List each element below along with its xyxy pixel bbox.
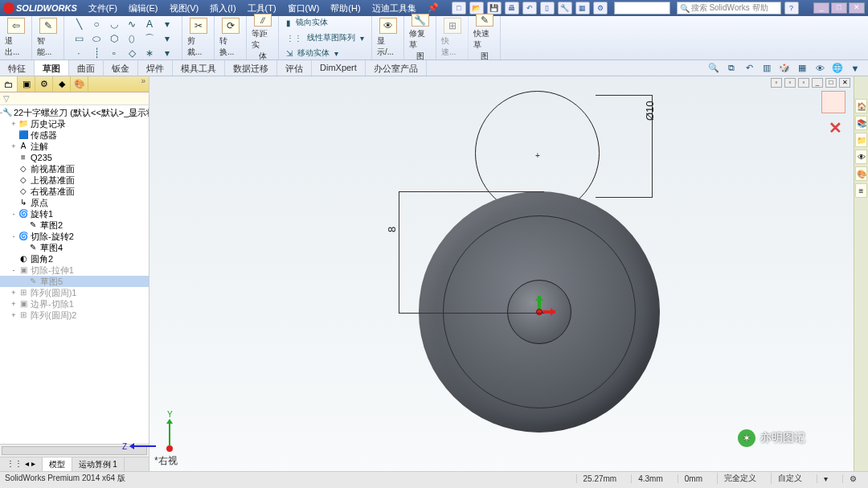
prev-view-icon[interactable]: ↶ [743,62,755,75]
mdi-max[interactable]: □ [825,78,837,88]
tree-item[interactable]: ◇上视基准面 [0,174,149,186]
taskpane-view-icon[interactable]: 👁 [855,150,867,164]
taskpane-appear-icon[interactable]: 🎨 [855,166,867,181]
slot-tool-icon[interactable]: ⬭ [88,32,104,45]
mdi-min[interactable]: _ [812,78,823,88]
menu-view[interactable]: 视图(V) [165,1,204,16]
tab-sketch[interactable]: 草图 [35,60,69,76]
taskpane-file-icon[interactable]: 📁 [855,133,867,147]
options-icon[interactable]: ▦ [575,2,590,14]
bottom-tab-motion[interactable]: 运动算例 1 [72,457,125,471]
mirror-button[interactable]: ▮ 镜向实体 [284,15,366,30]
line-tool-icon[interactable]: ╲ [71,18,87,31]
smart-dimension-button[interactable]: ✎ 智能... [32,16,64,59]
rect-tool-icon[interactable]: A [141,18,158,31]
view-orient-icon[interactable]: 🎲 [778,62,791,75]
tab-moldtools[interactable]: 模具工具 [173,60,225,76]
tab-dimxpert[interactable]: DimXpert [312,60,366,76]
view-cube-icon[interactable] [821,91,845,113]
fm-tab-tree[interactable]: 🗀 [0,76,18,92]
display-button[interactable]: 👁 显示/... [372,16,404,59]
tree-item[interactable]: ≡Q235 [0,152,149,163]
fm-tab-display[interactable]: 🎨 [71,76,88,92]
tree-item[interactable]: ◇右视基准面 [0,186,149,197]
fm-tab-config[interactable]: ⚙ [35,76,53,92]
tab-features[interactable]: 特征 [0,60,35,76]
display-style-icon[interactable]: ▦ [796,62,809,75]
menu-insert[interactable]: 插入(I) [205,1,240,16]
trim-button[interactable]: ✂ 剪裁... [182,16,215,59]
menu-file[interactable]: 文件(F) [84,1,122,16]
appearance-icon[interactable]: 🌐 [831,62,844,75]
tree-item[interactable]: +A注解 [0,141,149,152]
tree-item[interactable]: ◇前视基准面 [0,163,149,174]
spline-tool-icon[interactable]: ∿ [124,18,140,31]
status-unit-icon[interactable]: ▾ [817,474,834,483]
bottom-tab-model[interactable]: 模型 [43,457,72,471]
polygon-tool-icon[interactable]: ⬡ [106,32,122,45]
repair-sketch-button[interactable]: 🔧 修复草 图 [404,16,436,59]
status-mode[interactable]: 自定义 [771,473,809,484]
rebuild-icon[interactable]: 🔧 [558,2,572,14]
tree-item[interactable]: +▣边界-切除1 [0,298,149,310]
mdi-btn-1[interactable]: ▫ [771,78,782,88]
extra-tool-icon[interactable]: ∗ [141,47,158,59]
tree-item[interactable]: -🌀切除-旋转2 [0,231,149,242]
move-entities-button[interactable]: ⇲ 移动实体 ▾ [284,46,366,60]
tree-item[interactable]: 🟦传感器 [0,129,149,141]
tab-surfaces[interactable]: 曲面 [69,60,104,76]
menu-help[interactable]: 帮助(H) [326,1,365,16]
more2-tool-icon[interactable]: ▾ [159,32,175,45]
new-doc-icon[interactable]: □ [452,2,466,14]
save-icon[interactable]: 💾 [487,2,502,14]
fillet-tool-icon[interactable]: ⌒ [141,32,158,45]
tab-office[interactable]: 办公室产品 [366,60,427,76]
minimize-button[interactable]: _ [813,2,829,14]
tab-datamigration[interactable]: 数据迁移 [225,60,277,76]
linear-pattern-button[interactable]: ⋮⋮ 线性草图阵列 ▾ [284,31,366,45]
bottom-tab-nav[interactable]: ⋮⋮ ◂ ▸ [0,457,43,471]
print-icon[interactable]: 🖶 [505,2,519,14]
document-selector[interactable]: 草图5 – ... [614,2,670,14]
plane-tool-icon[interactable]: ◇ [124,47,140,59]
fm-expand-icon[interactable]: » [137,76,149,92]
select-icon[interactable]: ▯ [540,2,555,14]
tree-root[interactable]: -🔧22十字螺丝刀 (默认<<默认>_显示状... [0,107,149,118]
tree-item[interactable]: ✎草图2 [0,219,149,231]
tree-item[interactable]: +📁历史记录 [0,118,149,129]
hide-show-icon[interactable]: 👁 [813,62,826,75]
dimension-d10[interactable]: Ø10 [644,100,656,121]
mdi-btn-2[interactable]: ▫ [784,78,796,88]
settings-icon[interactable]: ⚙ [593,2,608,14]
mdi-btn-3[interactable]: ▫ [798,78,809,88]
tree-item[interactable]: ◐圆角2 [0,253,149,265]
point-tool-icon[interactable]: · [71,47,87,59]
arc-tool-icon[interactable]: ◡ [106,18,122,31]
fm-tab-property[interactable]: ▣ [18,76,35,92]
zoom-fit-icon[interactable]: 🔍 [707,62,720,75]
taskpane-prop-icon[interactable]: ≡ [855,183,867,198]
more-tool-icon[interactable]: ▾ [159,18,175,31]
section-view-icon[interactable]: ▥ [760,62,773,75]
fm-tab-dim[interactable]: ◆ [53,76,71,92]
open-doc-icon[interactable]: 📂 [469,2,484,14]
close-button[interactable]: ✕ [849,2,865,14]
offset-button[interactable]: ⫽ 等距实 体 [247,16,279,59]
maximize-button[interactable]: □ [831,2,847,14]
quick-button[interactable]: ⊞ 快速... [436,16,469,59]
rectangle-tool-icon[interactable]: ▭ [71,32,87,45]
text-tool-icon[interactable]: ▫ [106,47,122,59]
tree-item[interactable]: +⊞阵列(圆周)2 [0,310,149,321]
tree-item[interactable]: ✎草图4 [0,242,149,253]
tree-filter[interactable]: ▽ [0,92,149,105]
tree-item[interactable]: -▣切除-拉伸1 [0,265,149,276]
zoom-area-icon[interactable]: ⧉ [725,62,738,75]
help-icon[interactable]: ? [784,2,799,14]
tab-sheetmetal[interactable]: 钣金 [104,60,138,76]
mdi-close[interactable]: ✕ [839,78,850,88]
taskpane-home-icon[interactable]: 🏠 [855,99,867,113]
centerline-tool-icon[interactable]: ┊ [88,47,104,59]
sketch-exit-x-icon[interactable]: ✕ [829,118,842,137]
tree-item[interactable]: -🌀旋转1 [0,208,149,219]
circle-tool-icon[interactable]: ○ [88,18,104,31]
